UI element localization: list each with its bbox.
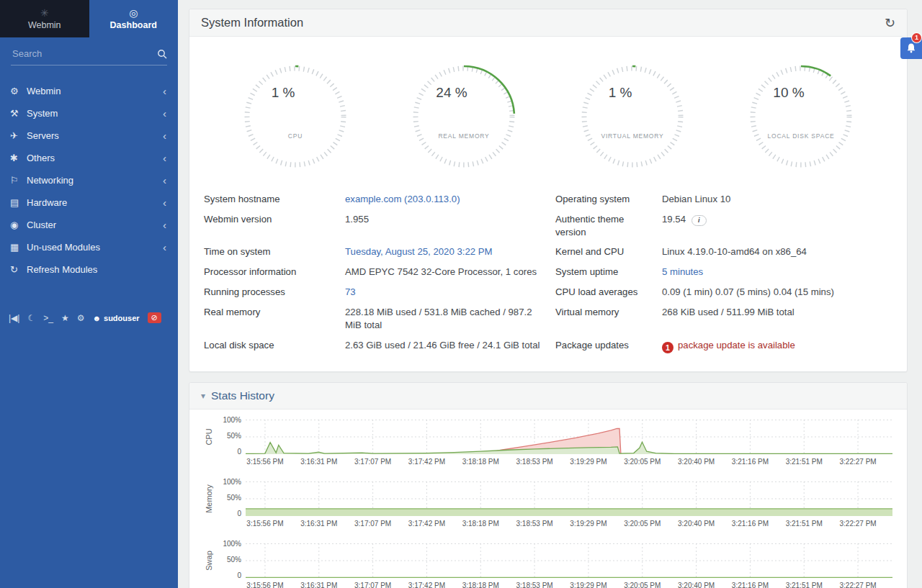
modules-icon: ▦ (10, 242, 27, 253)
tab-dashboard[interactable]: ◎ Dashboard (89, 0, 179, 37)
x-tick-label: 3:17:42 PM (408, 582, 445, 588)
gauge-label: REAL MEMORY (403, 132, 525, 140)
notifications-button[interactable]: 1 (900, 37, 922, 59)
disk-icon: ▤ (10, 197, 27, 208)
sidebar-item-system[interactable]: ⚒System‹ (0, 102, 178, 125)
info-value: AMD EPYC 7542 32-Core Processor, 1 cores (345, 262, 555, 282)
notification-badge: 1 (912, 33, 921, 42)
chart-plot (246, 420, 892, 454)
info-link[interactable]: example.com (203.0.113.0) (345, 194, 460, 204)
gauge-value: 1 % (222, 85, 344, 101)
gauge-cpu: 1 %CPU (234, 55, 357, 178)
chart-axis-label: Memory (205, 484, 213, 513)
x-tick-label: 3:18:18 PM (462, 520, 499, 528)
sidebar-item-refresh-modules[interactable]: ↻Refresh Modules (0, 258, 178, 281)
gauge-label: CPU (234, 132, 357, 140)
x-tick-label: 3:21:51 PM (786, 582, 823, 588)
info-value: example.com (203.0.113.0) (345, 189, 555, 209)
sidebar-item-webmin[interactable]: ⚙Webmin‹ (0, 80, 178, 102)
chart-axis-label: Swap (205, 551, 213, 571)
sidebar-search (11, 48, 167, 65)
y-tick-label: 0 (237, 448, 241, 456)
night-mode-icon[interactable]: ☾ (27, 313, 35, 323)
sidebar-tabs: ✳ Webmin ◎ Dashboard (0, 0, 178, 37)
x-tick-label: 3:21:16 PM (732, 458, 769, 466)
system-info-table: System hostnameexample.com (203.0.113.0)… (189, 179, 907, 371)
package-update-link[interactable]: package update is available (678, 340, 795, 350)
chart-axis-label: CPU (205, 428, 213, 445)
chevron-left-icon: ‹ (163, 108, 166, 119)
refresh-icon[interactable]: ↻ (885, 17, 895, 30)
info-link[interactable]: 73 (345, 286, 356, 297)
gauge-label: LOCAL DISK SPACE (740, 132, 862, 140)
sidebar-item-servers[interactable]: ✈Servers‹ (0, 125, 178, 147)
logout-icon[interactable]: ⊘ (148, 312, 161, 323)
x-tick-label: 3:15:56 PM (246, 582, 283, 588)
sidebar-item-un-used-modules[interactable]: ▦Un-used Modules‹ (0, 236, 178, 258)
x-tick-label: 3:22:27 PM (839, 582, 876, 588)
wrench-icon: ⚒ (10, 108, 27, 119)
x-tick-label: 3:20:05 PM (624, 458, 661, 466)
x-tick-label: 3:19:29 PM (570, 520, 607, 528)
x-tick-label: 3:21:51 PM (786, 520, 823, 528)
info-label: Package updates (555, 335, 662, 357)
y-tick-label: 100% (223, 540, 241, 548)
tab-webmin[interactable]: ✳ Webmin (0, 0, 89, 37)
info-label: CPU load averages (555, 282, 662, 302)
user-icon: ☻ (92, 314, 101, 322)
chevron-left-icon: ‹ (163, 175, 166, 186)
x-tick-label: 3:17:42 PM (408, 458, 445, 466)
system-information-card: System Information ↻ 1 %CPU24 %REAL MEMO… (189, 9, 908, 372)
info-value: 19.54i (662, 209, 892, 243)
webmin-logo-icon: ✳ (40, 8, 49, 18)
main-content: System Information ↻ 1 %CPU24 %REAL MEMO… (178, 0, 922, 588)
gauge-local-disk-space: 10 %LOCAL DISK SPACE (740, 55, 862, 178)
x-tick-label: 3:19:29 PM (570, 582, 607, 588)
collapse-icon[interactable]: ▾ (201, 391, 205, 401)
collapse-sidebar-icon[interactable]: |◀| (9, 313, 19, 323)
sidebar-item-label: Others (27, 153, 55, 163)
x-tick-label: 3:19:29 PM (570, 458, 607, 466)
x-tick-label: 3:20:05 PM (624, 520, 661, 528)
info-link[interactable]: 5 minutes (662, 266, 703, 277)
refresh-icon: ↻ (10, 264, 27, 275)
sidebar-item-label: Refresh Modules (27, 264, 97, 275)
gauge-real-memory: 24 %REAL MEMORY (403, 55, 525, 178)
chart-cpu: CPU100%50%03:15:56 PM3:16:31 PM3:17:07 P… (201, 420, 907, 468)
sidebar-item-hardware[interactable]: ▤Hardware‹ (0, 191, 178, 214)
update-count-badge: 1 (662, 342, 673, 353)
sidebar-item-label: System (27, 108, 58, 119)
stats-history-title: Stats History (211, 389, 274, 402)
x-tick-label: 3:17:42 PM (408, 520, 445, 528)
favorites-icon[interactable]: ★ (61, 313, 69, 323)
settings-icon[interactable]: ⚙ (77, 313, 85, 323)
y-tick-label: 100% (223, 478, 241, 486)
sidebar-item-label: Hardware (27, 197, 67, 208)
x-tick-label: 3:17:07 PM (354, 582, 391, 588)
x-tick-label: 3:18:18 PM (462, 582, 499, 588)
tab-webmin-label: Webmin (28, 20, 61, 30)
x-tick-label: 3:22:27 PM (839, 458, 876, 466)
x-tick-label: 3:18:53 PM (516, 458, 553, 466)
terminal-icon[interactable]: >_ (43, 313, 53, 323)
info-label: Kernel and CPU (555, 242, 662, 262)
dashboard-icon: ◎ (129, 8, 138, 18)
theme-info-button[interactable]: i (692, 215, 707, 226)
sidebar: ✳ Webmin ◎ Dashboard ⚙Webmin‹⚒System‹✈Se… (0, 0, 178, 588)
info-label: Processor information (204, 262, 345, 282)
chart-plot (246, 543, 892, 578)
sidebar-item-others[interactable]: ✱Others‹ (0, 147, 178, 169)
gauge-label: VIRTUAL MEMORY (571, 132, 694, 140)
info-label: Operating system (555, 189, 662, 209)
search-input[interactable] (11, 48, 157, 60)
info-link[interactable]: Tuesday, August 25, 2020 3:22 PM (345, 246, 493, 257)
info-label: Virtual memory (555, 302, 662, 335)
gauge-value: 1 % (559, 85, 681, 101)
sidebar-item-networking[interactable]: ⚐Networking‹ (0, 169, 178, 191)
user-menu[interactable]: ☻sudouser (92, 314, 139, 322)
sidebar-item-cluster[interactable]: ◉Cluster‹ (0, 214, 178, 236)
sidebar-item-label: Servers (27, 130, 59, 141)
stats-charts: CPU100%50%03:15:56 PM3:16:31 PM3:17:07 P… (189, 410, 907, 588)
gauge-value: 10 % (728, 85, 850, 101)
username: sudouser (104, 314, 140, 322)
